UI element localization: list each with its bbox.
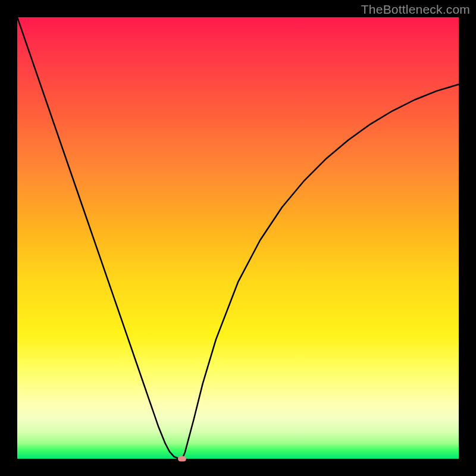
optimal-marker: [178, 456, 186, 462]
bottleneck-curve: [17, 17, 459, 459]
plot-area: [17, 17, 459, 459]
chart-stage: TheBottleneck.com: [0, 0, 476, 476]
watermark: TheBottleneck.com: [361, 2, 470, 17]
